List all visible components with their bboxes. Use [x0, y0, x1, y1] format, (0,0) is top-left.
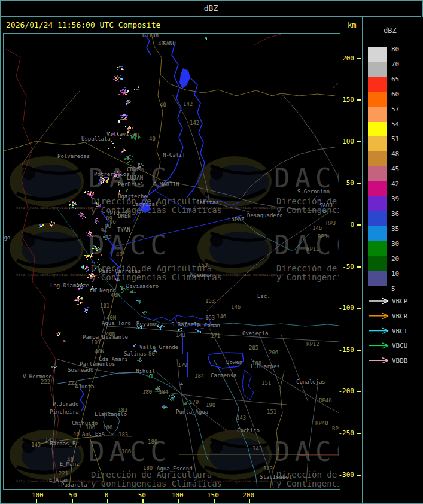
- radar-echo-pixel: [123, 119, 124, 120]
- radar-echo-pixel: [94, 262, 95, 263]
- dacc-watermark-tagline: Dirección de Agricultura: [276, 263, 339, 273]
- radar-echo-pixel: [99, 205, 101, 207]
- place-name-label: Carmensa: [211, 372, 236, 378]
- radar-echo-pixel: [96, 218, 98, 219]
- y-axis-tick-label: -50: [336, 263, 354, 271]
- radar-echo-pixel: [50, 224, 51, 226]
- route-number-label: 40: [116, 251, 123, 257]
- radar-echo-pixel: [90, 257, 91, 258]
- radar-echo-pixel: [102, 180, 103, 181]
- x-axis-tick: [107, 499, 108, 503]
- colorbar-swatch: [368, 226, 387, 241]
- route-number-label: 40N: [106, 331, 115, 337]
- radar-echo-pixel: [69, 208, 70, 209]
- radar-echo-pixel: [181, 330, 182, 331]
- radar-echo-pixel: [117, 278, 118, 279]
- radar-echo-pixel: [72, 207, 74, 208]
- radar-echo-pixel: [87, 191, 88, 192]
- radar-echo-pixel: [151, 374, 153, 375]
- radar-echo-pixel: [87, 267, 89, 268]
- radar-echo-pixel: [83, 216, 85, 217]
- route-number-label: 153: [205, 298, 215, 304]
- radar-echo-pixel: [101, 183, 102, 184]
- radar-echo-pixel: [86, 266, 87, 268]
- place-name-label: OREN: [118, 213, 131, 219]
- place-name-label: Uspallata: [81, 136, 111, 142]
- radar-echo-pixel: [127, 189, 128, 190]
- place-name-label: G.MARTIN: [153, 181, 179, 187]
- radar-echo-pixel: [117, 79, 118, 80]
- radar-echo-pixel: [140, 357, 141, 359]
- radar-echo-pixel: [103, 181, 104, 183]
- radar-echo-pixel: [205, 38, 206, 39]
- y-axis-tick-label: 50: [336, 180, 354, 187]
- radar-echo-pixel: [80, 302, 81, 303]
- radar-echo-pixel: [103, 179, 105, 180]
- colorbar-swatch: [368, 122, 387, 136]
- radar-echo-pixel: [132, 127, 133, 129]
- radar-echo-pixel: [118, 122, 120, 123]
- radar-echo-pixel: [179, 329, 180, 330]
- radar-echo-pixel: [197, 330, 199, 332]
- radar-echo-pixel: [134, 89, 135, 90]
- place-name-label: P.Jurado: [53, 401, 78, 407]
- radar-echo-pixel: [127, 162, 129, 163]
- place-name-label: Carrizal: [132, 201, 158, 207]
- radar-echo-pixel: [126, 116, 127, 117]
- radar-echo-pixel: [102, 182, 103, 183]
- colorbar-value-label: 70: [391, 61, 412, 68]
- radar-echo-pixel: [139, 360, 140, 361]
- radar-echo-pixel: [89, 231, 90, 232]
- radar-echo-pixel: [138, 138, 139, 139]
- radar-echo-pixel: [127, 289, 129, 290]
- y-axis-tick: [357, 183, 361, 184]
- radar-echo-pixel: [126, 104, 127, 105]
- radar-echo-pixel: [121, 292, 123, 293]
- radar-echo-pixel: [84, 308, 86, 309]
- radar-echo-pixel: [83, 265, 84, 266]
- y-axis-tick-label: 150: [336, 96, 354, 104]
- y-axis-tick-label: -300: [336, 472, 354, 479]
- place-name-label: Desaguadero: [247, 212, 283, 218]
- place-name-label: Pincheira: [50, 409, 79, 415]
- radar-echo-pixel: [101, 254, 102, 256]
- route-number-label: 180: [142, 389, 152, 395]
- radar-echo-pixel: [93, 192, 94, 193]
- radar-echo-pixel: [149, 377, 150, 378]
- dacc-watermark-tagline: y Contingencias Climáticas: [276, 272, 339, 282]
- radar-echo-pixel: [82, 268, 83, 269]
- radar-echo-pixel: [126, 156, 127, 157]
- radar-echo-pixel: [127, 90, 129, 92]
- route-number-label: 146: [217, 314, 226, 320]
- radar-echo-pixel: [72, 202, 74, 203]
- radar-echo-pixel: [99, 179, 101, 180]
- radar-echo-pixel: [178, 329, 179, 330]
- place-name-label: LUJAN: [127, 175, 143, 181]
- radar-echo-pixel: [129, 161, 130, 162]
- map-boundary-line: [242, 370, 254, 400]
- radar-echo-pixel: [117, 75, 118, 77]
- radar-echo-pixel: [151, 375, 153, 377]
- radar-echo-pixel: [92, 274, 93, 275]
- radar-echo-pixel: [39, 227, 40, 228]
- radar-echo-pixel: [112, 143, 114, 144]
- route-number-label: 186: [103, 424, 112, 430]
- radar-echo-pixel: [77, 304, 79, 305]
- map-boundary-line: [80, 388, 84, 411]
- radar-echo-pixel: [89, 255, 90, 256]
- place-name-label: 4Junta: [75, 384, 95, 390]
- place-name-label: Agua_Toro: [102, 320, 131, 326]
- radar-echo-pixel: [178, 330, 179, 331]
- x-axis-tick-label: 200: [236, 491, 260, 499]
- route-number-label: 142: [183, 101, 193, 107]
- colorbar-swatch: [368, 92, 387, 107]
- radar-echo-pixel: [140, 302, 141, 303]
- radar-echo-pixel: [136, 300, 138, 301]
- radar-echo-pixel: [75, 204, 77, 205]
- route-number-label: 92: [105, 235, 112, 241]
- radar-echo-pixel: [78, 300, 79, 301]
- colorbar-swatch: [368, 196, 387, 211]
- dacc-watermark-text: DACC: [274, 436, 339, 467]
- radar-echo-pixel: [102, 178, 104, 179]
- radar-echo-pixel: [118, 77, 120, 78]
